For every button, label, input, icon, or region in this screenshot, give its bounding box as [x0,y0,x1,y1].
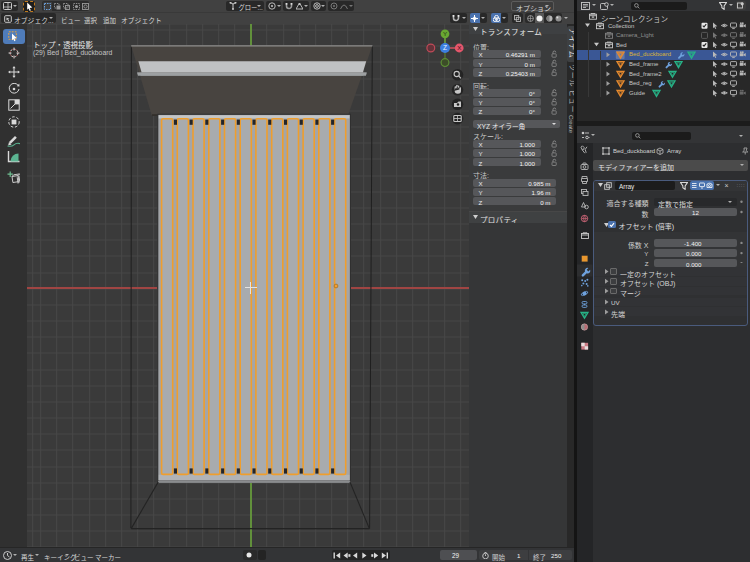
svg-text:Z: Z [443,44,447,51]
svg-text:X: X [457,44,461,51]
svg-text:Y: Y [443,30,447,37]
